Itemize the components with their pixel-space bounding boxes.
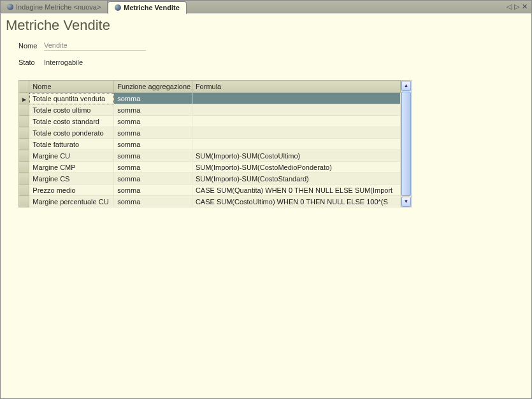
nome-label: Nome [18,42,44,50]
table-row[interactable]: Totale quantita vendutasomma [19,93,401,104]
table-row[interactable]: Totale costo ponderatosomma [19,127,401,139]
cell-nome[interactable]: Margine percentuale CU [29,196,114,207]
next-tab-icon[interactable]: ▷ [514,3,519,11]
cell-func[interactable]: somma [114,104,192,116]
row-selector[interactable] [19,150,29,162]
row-selector[interactable] [19,127,29,139]
scroll-thumb[interactable] [401,92,411,196]
row-selector[interactable] [19,93,29,104]
cell-nome[interactable]: Totale fatturato [29,139,114,150]
tab-indagine[interactable]: Indagine Metriche <nuova> [1,1,108,13]
cell-formula[interactable]: SUM(Importo)-SUM(CostoUltimo) [192,150,400,162]
row-selector[interactable] [19,173,29,185]
stato-label: Stato [18,59,44,66]
form-area: Nome Vendite Stato Interrogabile [1,40,531,80]
cell-nome[interactable]: Totale costo ponderato [29,127,114,139]
vertical-scrollbar[interactable]: ▲ ▼ [401,80,412,207]
cell-func[interactable]: somma [114,196,192,207]
cell-func[interactable]: somma [114,173,192,185]
cell-formula[interactable]: CASE SUM(CostoUltimo) WHEN 0 THEN NULL E… [192,196,400,207]
cell-func[interactable]: somma [114,150,192,162]
tab-controls: ◁ ▷ ✕ [507,3,531,11]
cell-nome[interactable]: Margine CMP [29,162,114,173]
globe-icon [7,4,13,10]
table-row[interactable]: Margine CMPsommaSUM(Importo)-SUM(CostoMe… [19,162,401,173]
row-selector[interactable] [19,139,29,150]
cell-func[interactable]: somma [114,139,192,150]
row-selector[interactable] [19,162,29,173]
metrics-table[interactable]: Nome Funzione aggregazione Formula Total… [18,80,401,207]
table-row[interactable]: Margine CUsommaSUM(Importo)-SUM(CostoUlt… [19,150,401,162]
cell-nome[interactable]: Margine CU [29,150,114,162]
table-row[interactable]: Margine CSsommaSUM(Importo)-SUM(CostoSta… [19,173,401,185]
cell-nome[interactable]: Totale costo ultimo [29,104,114,116]
table-row[interactable]: Totale costo ultimosomma [19,104,401,116]
prev-tab-icon[interactable]: ◁ [507,3,512,11]
cell-formula[interactable]: SUM(Importo)-SUM(CostoStandard) [192,173,400,185]
scroll-down-icon[interactable]: ▼ [401,197,411,207]
cell-formula[interactable] [192,127,400,139]
cell-func[interactable]: somma [114,116,192,127]
cell-nome[interactable]: Totale quantita venduta [29,93,114,104]
row-selector[interactable] [19,196,29,207]
cell-formula[interactable] [192,116,400,127]
table-row[interactable]: Margine percentuale CUsommaCASE SUM(Cost… [19,196,401,207]
table-row[interactable]: Totale costo standardsomma [19,116,401,127]
table-row[interactable]: Prezzo mediosommaCASE SUM(Quantita) WHEN… [19,185,401,196]
cell-nome[interactable]: Margine CS [29,173,114,185]
table-row[interactable]: Totale fatturatosomma [19,139,401,150]
row-selector-header [19,81,29,93]
cell-formula[interactable] [192,104,400,116]
col-header-func[interactable]: Funzione aggregazione [114,81,192,93]
cell-func[interactable]: somma [114,127,192,139]
row-selector[interactable] [19,104,29,116]
tab-metriche-vendite[interactable]: Metriche Vendite [108,1,186,14]
scroll-up-icon[interactable]: ▲ [401,81,411,91]
row-selector[interactable] [19,185,29,196]
tab-label: Metriche Vendite [124,4,179,11]
tab-bar: Indagine Metriche <nuova> Metriche Vendi… [1,1,531,13]
row-selector[interactable] [19,116,29,127]
stato-field: Interrogabile [44,57,146,67]
cell-nome[interactable]: Totale costo standard [29,116,114,127]
cell-func[interactable]: somma [114,162,192,173]
nome-field[interactable]: Vendite [44,40,146,51]
col-header-nome[interactable]: Nome [29,81,114,93]
cell-formula[interactable] [192,139,400,150]
close-tab-icon[interactable]: ✕ [522,3,528,11]
tab-label: Indagine Metriche <nuova> [16,3,101,11]
cell-formula[interactable]: CASE SUM(Quantita) WHEN 0 THEN NULL ELSE… [192,185,400,196]
page-title: Metriche Vendite [1,13,531,40]
globe-icon [115,4,121,11]
col-header-formula[interactable]: Formula [192,81,400,93]
cell-formula[interactable]: SUM(Importo)-SUM(CostoMedioPonderato) [192,162,400,173]
cell-nome[interactable]: Prezzo medio [29,185,114,196]
cell-formula[interactable] [192,93,400,104]
cell-func[interactable]: somma [114,185,192,196]
cell-func[interactable]: somma [114,93,192,104]
